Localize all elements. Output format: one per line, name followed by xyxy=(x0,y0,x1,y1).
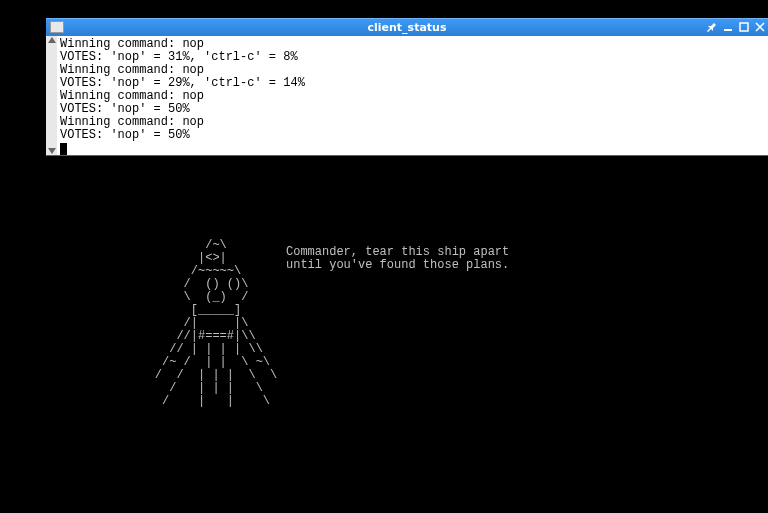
ascii-art-figure: /~\ |<>| /~~~~~\ / () ()\ \ (_) / [_____… xyxy=(155,239,277,408)
close-icon[interactable] xyxy=(754,21,766,33)
window-controls xyxy=(706,21,766,33)
scroll-down-icon[interactable] xyxy=(48,148,56,154)
window-title: client_status xyxy=(368,21,447,34)
maximize-icon[interactable] xyxy=(738,21,750,33)
terminal-line: Winning command: nop xyxy=(60,37,204,51)
pin-icon[interactable] xyxy=(706,21,718,33)
scroll-up-icon[interactable] xyxy=(48,37,56,43)
terminal-line: VOTES: 'nop' = 31%, 'ctrl-c' = 8% xyxy=(60,50,298,64)
terminal-line: Winning command: nop xyxy=(60,89,204,103)
terminal-window: client_status Winning command: nop VOTES… xyxy=(46,18,768,513)
terminal-scrollbar[interactable] xyxy=(46,36,57,155)
terminal-text[interactable]: Winning command: nop VOTES: 'nop' = 31%,… xyxy=(57,36,768,155)
ascii-dialogue: Commander, tear this ship apart until yo… xyxy=(286,246,509,272)
terminal-cursor xyxy=(60,143,67,155)
terminal-line: VOTES: 'nop' = 50% xyxy=(60,102,190,116)
ascii-animation-pane[interactable]: /~\ |<>| /~~~~~\ / () ()\ \ (_) / [_____… xyxy=(46,156,768,513)
svg-rect-0 xyxy=(724,29,732,31)
svg-rect-1 xyxy=(740,23,748,31)
dialogue-line: Commander, tear this ship apart xyxy=(286,245,509,259)
terminal-line: VOTES: 'nop' = 29%, 'ctrl-c' = 14% xyxy=(60,76,305,90)
terminal-line: VOTES: 'nop' = 50% xyxy=(60,128,190,142)
terminal-output-pane: Winning command: nop VOTES: 'nop' = 31%,… xyxy=(46,36,768,156)
terminal-line: Winning command: nop xyxy=(60,115,204,129)
terminal-line: Winning command: nop xyxy=(60,63,204,77)
dialogue-line: until you've found those plans. xyxy=(286,258,509,272)
app-icon xyxy=(50,21,64,33)
minimize-icon[interactable] xyxy=(722,21,734,33)
window-titlebar[interactable]: client_status xyxy=(46,18,768,36)
